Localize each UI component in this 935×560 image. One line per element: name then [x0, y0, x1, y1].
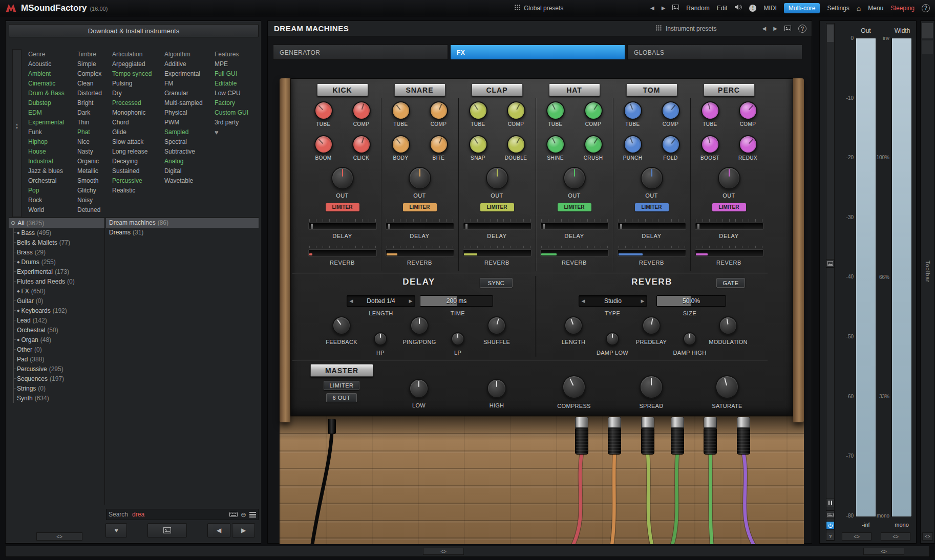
master-6out-button[interactable]: 6 OUT [326, 393, 357, 402]
tree-item-organ[interactable]: ◆Organ(48) [9, 335, 105, 344]
keyboard-icon[interactable] [826, 510, 835, 519]
knob-modulation[interactable] [719, 316, 737, 335]
limiter-badge[interactable]: LIMITER [712, 203, 746, 211]
menu-button[interactable]: Menu [868, 5, 883, 12]
knob-damp-low[interactable] [606, 332, 619, 346]
multicore-toggle[interactable]: Multi-core [784, 3, 820, 13]
knob-hat-crush[interactable] [584, 135, 603, 154]
knob-damp-high[interactable] [683, 332, 696, 346]
search-input[interactable]: drea [132, 511, 226, 518]
tag-glide[interactable]: Glide [112, 127, 162, 137]
preset-image-button[interactable] [147, 523, 187, 537]
bottom-resize-handle[interactable]: <> [423, 548, 464, 555]
delay-send-slider[interactable] [618, 223, 686, 230]
tag-low-cpu[interactable]: Low CPU [215, 89, 257, 98]
next-preset-button[interactable]: ▶ [232, 523, 255, 537]
tree-item-flutes-and-reeds[interactable]: Flutes and Reeds(0) [9, 276, 105, 286]
prev-preset-button[interactable]: ◀ [207, 523, 230, 537]
tag-metallic[interactable]: Metallic [77, 166, 110, 176]
screenshot-icon[interactable] [672, 5, 679, 12]
tag-analog[interactable]: Analog [164, 157, 213, 166]
knob-perc-redux[interactable] [739, 135, 757, 154]
result-dream-machines[interactable]: Dream machines(86) [106, 218, 259, 228]
clear-filter-icon[interactable]: ⊖ [241, 511, 246, 519]
tag-granular[interactable]: Granular [164, 89, 213, 98]
tree-item-all[interactable]: ⊙All(3625) [9, 218, 105, 228]
tag-custom-gui[interactable]: Custom GUI [215, 108, 257, 118]
prev-icon[interactable]: ◀ [347, 298, 355, 304]
knob-saturate[interactable] [715, 375, 739, 399]
tag-organic[interactable]: Organic [77, 157, 110, 166]
knob-kick-comp[interactable] [352, 101, 371, 120]
meter-resize-handle[interactable]: <> [881, 532, 910, 541]
tag-processed[interactable]: Processed [112, 98, 162, 108]
tag-long-release[interactable]: Long release [112, 147, 162, 157]
help-icon[interactable]: ? [922, 4, 930, 12]
power-icon[interactable] [826, 521, 835, 530]
reverb-send-slider[interactable] [308, 249, 377, 256]
tree-item-keyboards[interactable]: ◆Keyboards(192) [9, 306, 105, 315]
knob-clap-snap[interactable] [469, 135, 487, 154]
tag-drum-bass[interactable]: Drum & Bass [28, 89, 75, 98]
tree-item-bells-mallets[interactable]: Bells & Mallets(77) [9, 238, 105, 247]
knob-snare-body[interactable] [392, 135, 410, 154]
tag-noisy[interactable]: Noisy [77, 196, 110, 205]
tag-phat[interactable]: Phat [77, 127, 110, 137]
knob-kick-boom[interactable] [314, 135, 333, 154]
tag-experimental[interactable]: Experimental [28, 118, 75, 127]
tree-item-lead[interactable]: Lead(142) [9, 315, 105, 325]
tag-pulsing[interactable]: Pulsing [112, 79, 162, 89]
random-button[interactable]: Random [686, 5, 709, 12]
pause-icon[interactable] [826, 499, 835, 507]
next-icon[interactable]: ▶ [639, 298, 647, 304]
download-install-button[interactable]: Download & Install instruments [9, 24, 259, 37]
alert-icon[interactable]: ! [749, 5, 756, 12]
tag-pop[interactable]: Pop [28, 186, 75, 196]
reverb-type-selector[interactable]: ◀ Studio ▶ [579, 295, 647, 307]
tag-world[interactable]: World [28, 205, 75, 215]
knob-snare-out[interactable] [409, 167, 431, 189]
knob-snare-tube[interactable] [392, 101, 410, 120]
tree-item-synth[interactable]: Synth(634) [9, 393, 105, 403]
knob-hat-shine[interactable] [546, 135, 565, 154]
tree-item-pad[interactable]: Pad(388) [9, 354, 105, 364]
tag-complex[interactable]: Complex [77, 69, 110, 79]
next-icon[interactable]: ▶ [407, 298, 415, 304]
tag-digital[interactable]: Digital [164, 166, 213, 176]
tag-cinematic[interactable]: Cinematic [28, 79, 75, 89]
tag-distorted[interactable]: Distorted [77, 89, 110, 98]
knob-kick-out[interactable] [331, 167, 354, 189]
tree-item-sequences[interactable]: Sequences(197) [9, 374, 105, 383]
meter-resize-handle[interactable]: <> [842, 532, 872, 541]
knob-high[interactable] [487, 379, 506, 398]
bottom-resize-handle[interactable]: <> [863, 548, 904, 555]
knob-compress[interactable] [562, 375, 586, 399]
prev-icon[interactable]: ◀ [650, 6, 654, 11]
midi-button[interactable]: MIDI [763, 5, 776, 12]
knob-perc-comp[interactable] [739, 101, 757, 120]
global-presets-button[interactable]: Global presets [515, 5, 563, 12]
tag-physical[interactable]: Physical [164, 108, 213, 118]
tag-chord[interactable]: Chord [112, 118, 162, 127]
delay-sync-button[interactable]: SYNC [480, 278, 513, 288]
prev-icon[interactable]: ◀ [579, 298, 587, 304]
knob-kick-tube[interactable] [314, 101, 333, 120]
limiter-badge[interactable]: LIMITER [480, 203, 514, 211]
tag-percussive[interactable]: Percussive [112, 176, 162, 186]
knob-clap-double[interactable] [507, 135, 525, 154]
knob-hat-out[interactable] [563, 167, 586, 189]
tag-mpe[interactable]: MPE [215, 59, 257, 69]
knob-tom-out[interactable] [641, 167, 663, 189]
tag-thin[interactable]: Thin [77, 118, 110, 127]
tag-nice[interactable]: Nice [77, 137, 110, 147]
tag-wavetable[interactable]: Wavetable [164, 176, 213, 186]
keyboard-icon[interactable] [229, 512, 238, 517]
knob-hp[interactable] [374, 332, 387, 346]
tag-sustained[interactable]: Sustained [112, 166, 162, 176]
knob-tom-comp[interactable] [662, 101, 680, 120]
knob-tom-tube[interactable] [624, 101, 642, 120]
tag-clean[interactable]: Clean [77, 79, 110, 89]
tag-ambient[interactable]: Ambient [28, 69, 75, 79]
tree-item-strings[interactable]: Strings(0) [9, 383, 105, 393]
limiter-badge[interactable]: LIMITER [558, 203, 591, 211]
